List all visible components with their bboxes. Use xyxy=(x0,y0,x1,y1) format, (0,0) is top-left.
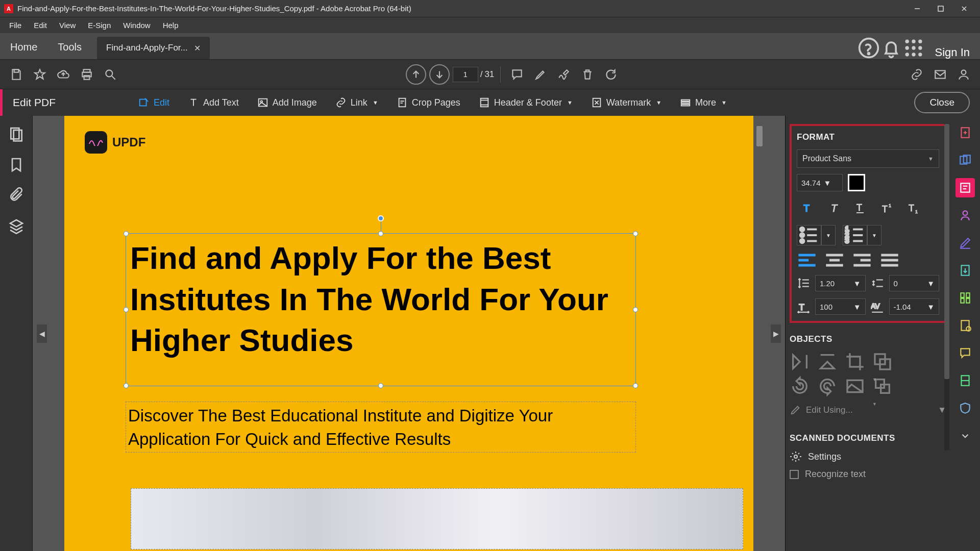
underline-icon[interactable]: T xyxy=(850,198,871,218)
recognize-text-row[interactable]: Recognize text xyxy=(790,469,946,480)
resize-handle[interactable] xyxy=(633,231,638,236)
resize-handle[interactable] xyxy=(633,383,638,388)
comment-rail-icon[interactable] xyxy=(955,343,975,363)
replace-image-icon[interactable] xyxy=(845,376,865,394)
edit-pdf-rail-icon[interactable] xyxy=(955,178,975,197)
edit-using-dropdown[interactable]: Edit Using... ▼ xyxy=(790,400,946,420)
minimize-button[interactable] xyxy=(905,0,929,17)
menu-esign[interactable]: E-Sign xyxy=(82,19,117,32)
save-icon[interactable] xyxy=(6,64,27,85)
organize-pages-icon[interactable] xyxy=(955,288,975,308)
current-page-input[interactable] xyxy=(453,67,478,82)
add-text-button[interactable]: Add Text xyxy=(181,94,246,111)
rotate-handle[interactable] xyxy=(378,215,384,221)
page-heading[interactable]: Find and Apply For the Best Institutes I… xyxy=(126,234,635,365)
menu-file[interactable]: File xyxy=(3,19,28,32)
comment-icon[interactable] xyxy=(507,64,527,85)
align-left-icon[interactable] xyxy=(797,253,817,268)
subscript-icon[interactable]: T1 xyxy=(903,198,924,218)
superscript-icon[interactable]: T1 xyxy=(876,198,898,218)
bookmarks-icon[interactable] xyxy=(8,157,24,173)
next-page-arrow[interactable]: ▶ xyxy=(771,324,781,343)
page-down-icon[interactable] xyxy=(429,64,450,85)
thumbnails-icon[interactable] xyxy=(8,126,24,142)
protect-icon[interactable] xyxy=(955,398,975,418)
page-subheading[interactable]: Discover The Best Educational Institute … xyxy=(126,402,635,453)
number-list-dropdown[interactable]: ▼ xyxy=(867,225,881,245)
rotate-ccw-icon[interactable] xyxy=(790,376,810,394)
watermark-button[interactable]: Watermark▼ xyxy=(584,94,669,111)
horiz-scale-dropdown[interactable]: 100▼ xyxy=(815,298,866,315)
sign-icon[interactable] xyxy=(554,64,574,85)
para-spacing-dropdown[interactable]: 0▼ xyxy=(889,275,940,291)
menu-window[interactable]: Window xyxy=(117,19,156,32)
align-justify-icon[interactable] xyxy=(879,253,900,268)
highlight-icon[interactable] xyxy=(530,64,551,85)
number-list-icon[interactable]: 123 xyxy=(843,225,867,245)
attachments-icon[interactable] xyxy=(8,187,24,204)
arrange-icon[interactable]: ▼ xyxy=(872,352,893,370)
font-size-dropdown[interactable]: 34.74▼ xyxy=(797,174,843,191)
combine-files-icon[interactable] xyxy=(955,151,975,170)
cloud-upload-icon[interactable] xyxy=(53,64,74,85)
star-icon[interactable] xyxy=(30,64,50,85)
crop-pages-button[interactable]: Crop Pages xyxy=(389,94,468,111)
send-for-comments-icon[interactable] xyxy=(955,316,975,335)
link-button[interactable]: Link▼ xyxy=(328,94,385,111)
resize-handle[interactable] xyxy=(124,307,129,312)
document-tab[interactable]: Find-and-Apply-For... ✕ xyxy=(97,37,210,59)
recognize-checkbox[interactable] xyxy=(790,470,799,479)
menu-view[interactable]: View xyxy=(53,19,82,32)
flip-horizontal-icon[interactable] xyxy=(817,352,838,370)
menu-help[interactable]: Help xyxy=(157,19,185,32)
edit-button[interactable]: Edit xyxy=(131,94,177,111)
account-icon[interactable] xyxy=(953,64,974,85)
close-edit-button[interactable]: Close xyxy=(914,92,970,113)
align-center-icon[interactable] xyxy=(824,253,845,268)
home-tab[interactable]: Home xyxy=(0,35,47,59)
prev-page-arrow[interactable]: ◀ xyxy=(37,324,47,343)
rotate-icon[interactable] xyxy=(601,64,621,85)
char-spacing-dropdown[interactable]: -1.04▼ xyxy=(889,298,940,315)
line-spacing-dropdown[interactable]: 1.20▼ xyxy=(815,275,866,291)
layers-icon[interactable] xyxy=(8,218,24,234)
add-image-button[interactable]: Add Image xyxy=(250,94,324,111)
header-footer-button[interactable]: Header & Footer▼ xyxy=(472,94,580,111)
font-family-dropdown[interactable]: Product Sans▼ xyxy=(797,149,939,168)
bell-icon[interactable] xyxy=(880,37,902,59)
resize-handle[interactable] xyxy=(633,307,638,312)
text-color-swatch[interactable] xyxy=(848,174,865,191)
apps-grid-icon[interactable] xyxy=(902,37,925,59)
page-scrollbar-thumb[interactable] xyxy=(756,126,763,146)
bullet-list-dropdown[interactable]: ▼ xyxy=(821,225,836,245)
mail-icon[interactable] xyxy=(930,64,950,85)
flip-vertical-icon[interactable] xyxy=(790,352,810,370)
align-objects-icon[interactable]: ▼ xyxy=(872,376,893,394)
delete-icon[interactable] xyxy=(577,64,598,85)
export-pdf-icon[interactable] xyxy=(955,261,975,280)
crop-object-icon[interactable] xyxy=(845,352,865,370)
help-icon[interactable] xyxy=(857,37,880,59)
italic-icon[interactable]: T xyxy=(823,198,845,218)
create-pdf-icon[interactable] xyxy=(955,123,975,142)
share-link-icon[interactable] xyxy=(906,64,927,85)
settings-row[interactable]: Settings xyxy=(790,450,946,463)
sign-in-button[interactable]: Sign In xyxy=(925,46,981,59)
subheading-box[interactable]: Discover The Best Educational Institute … xyxy=(126,402,636,453)
image-placeholder[interactable] xyxy=(131,488,743,549)
resize-handle[interactable] xyxy=(378,231,383,236)
request-signatures-icon[interactable] xyxy=(955,206,975,225)
scan-ocr-icon[interactable] xyxy=(955,371,975,390)
close-window-button[interactable] xyxy=(952,0,976,17)
resize-handle[interactable] xyxy=(124,383,129,388)
tools-tab[interactable]: Tools xyxy=(47,35,92,59)
menu-edit[interactable]: Edit xyxy=(28,19,53,32)
pdf-page[interactable]: UPDF Find and Apply For the Best Institu… xyxy=(64,116,753,551)
more-tools-icon[interactable] xyxy=(955,426,975,445)
search-icon[interactable] xyxy=(100,64,120,85)
maximize-button[interactable] xyxy=(929,0,952,17)
resize-handle[interactable] xyxy=(124,231,129,236)
rotate-cw-icon[interactable] xyxy=(817,376,838,394)
resize-handle[interactable] xyxy=(378,383,383,388)
document-canvas[interactable]: ◀ ▶ UPDF Find and Apply For the Best Ins… xyxy=(33,116,785,551)
